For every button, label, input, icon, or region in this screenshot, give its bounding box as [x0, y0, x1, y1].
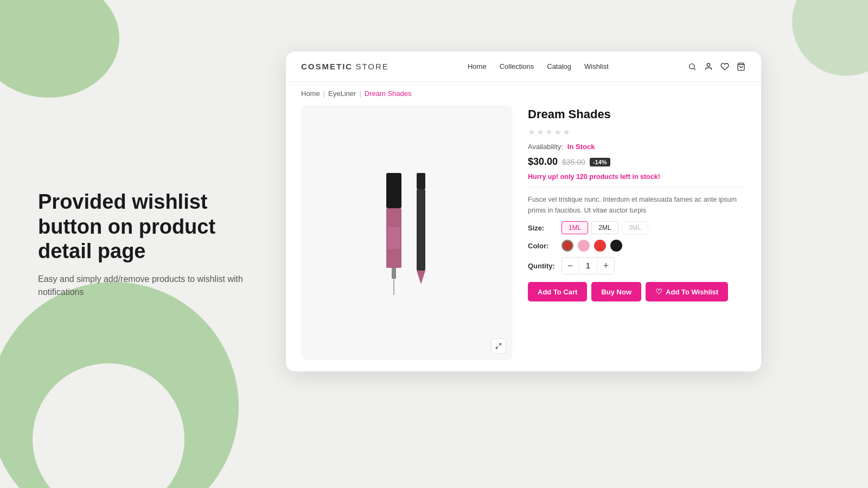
star-5: ★ [563, 127, 570, 137]
header-icons [687, 62, 746, 72]
product-title: Dream Shades [528, 107, 746, 121]
svg-point-0 [690, 63, 694, 68]
size-row: Size: 1ML 2ML 3ML [528, 221, 746, 234]
star-2: ★ [537, 127, 544, 137]
bg-shape-inner [33, 363, 184, 488]
svg-point-2 [707, 63, 710, 66]
nav-collections[interactable]: Collections [500, 62, 534, 70]
search-icon[interactable] [687, 62, 697, 72]
color-label: Color: [528, 242, 556, 250]
bg-shape-bottom-left [0, 282, 239, 488]
bg-shape-top-right [792, 0, 868, 76]
svg-rect-6 [387, 227, 400, 249]
svg-rect-9 [417, 173, 425, 189]
quantity-increase[interactable]: + [598, 258, 614, 274]
breadcrumb-home[interactable]: Home [301, 89, 320, 98]
quantity-control: − 1 + [561, 257, 615, 274]
hurry-up-text: Hurry up! only 120 products left in stoc… [528, 173, 746, 181]
svg-line-1 [694, 68, 695, 70]
breadcrumb-current: Dream Shades [365, 89, 412, 98]
star-1: ★ [528, 127, 535, 137]
quantity-row: Quntity: − 1 + [528, 257, 746, 274]
nav-home[interactable]: Home [468, 62, 487, 70]
color-row: Color: [528, 240, 746, 252]
size-options: 1ML 2ML 3ML [561, 221, 648, 234]
product-image-box [301, 105, 513, 360]
star-3: ★ [545, 127, 553, 137]
color-dot-1[interactable] [561, 240, 573, 252]
color-options [561, 240, 622, 252]
nav-catalog[interactable]: Catalog [547, 62, 571, 70]
breadcrumb-sep-1: | [323, 89, 325, 98]
divider [528, 187, 746, 188]
color-dot-3[interactable] [594, 240, 606, 252]
breadcrumb: Home | EyeLiner | Dream Shades [286, 82, 761, 105]
product-description: Fusce vel tristique nunc. Interdum et ma… [528, 194, 746, 216]
svg-marker-11 [417, 271, 425, 284]
product-info: Dream Shades ★ ★ ★ ★ ★ Availability: In … [528, 105, 746, 360]
price-current: $30.00 [528, 156, 558, 168]
color-dot-4[interactable] [610, 240, 622, 252]
availability-label: Availability: [528, 143, 563, 151]
size-label: Size: [528, 224, 556, 232]
quantity-label: Quntity: [528, 262, 556, 270]
heart-icon[interactable] [720, 62, 730, 72]
price-row: $30.00 $35.00 -14% [528, 156, 746, 168]
store-window: COSMETIC STORE Home Collections Catalog … [286, 52, 761, 371]
svg-rect-7 [392, 268, 396, 279]
size-2ml[interactable]: 2ML [591, 221, 618, 234]
nav-wishlist[interactable]: Wishlist [584, 62, 609, 70]
store-nav: Home Collections Catalog Wishlist [468, 62, 609, 70]
availability-value: In Stock [567, 143, 595, 151]
bg-shape-top-left [0, 0, 119, 98]
add-to-wishlist-button[interactable]: ♡ Add To Wishlist [646, 282, 728, 301]
buy-now-button[interactable]: Buy Now [591, 282, 641, 301]
availability-row: Availability: In Stock [528, 143, 746, 151]
promo-section: Provided wishlist button on product deta… [38, 190, 266, 299]
product-layout: Dream Shades ★ ★ ★ ★ ★ Availability: In … [286, 105, 761, 371]
wishlist-heart-icon: ♡ [655, 287, 662, 296]
expand-icon[interactable] [491, 338, 506, 354]
svg-rect-10 [417, 189, 425, 271]
product-illustration [363, 168, 450, 298]
quantity-decrease[interactable]: − [562, 258, 578, 274]
user-icon[interactable] [704, 62, 713, 72]
promo-subtext: Easy and simply add/remove products to w… [38, 272, 266, 298]
svg-rect-4 [386, 173, 401, 208]
product-image [301, 105, 513, 360]
price-badge: -14% [590, 158, 610, 166]
store-header: COSMETIC STORE Home Collections Catalog … [286, 52, 761, 82]
breadcrumb-category[interactable]: EyeLiner [328, 89, 356, 98]
cart-icon[interactable] [736, 62, 746, 72]
star-4: ★ [554, 127, 561, 137]
size-3ml[interactable]: 3ML [622, 221, 648, 234]
color-dot-2[interactable] [578, 240, 590, 252]
size-1ml[interactable]: 1ML [561, 221, 588, 234]
store-logo: COSMETIC STORE [301, 61, 389, 72]
action-buttons: Add To Cart Buy Now ♡ Add To Wishlist [528, 282, 746, 301]
product-stars: ★ ★ ★ ★ ★ [528, 127, 746, 137]
promo-heading: Provided wishlist button on product deta… [38, 190, 266, 264]
quantity-value: 1 [578, 258, 598, 274]
svg-rect-8 [393, 279, 394, 295]
breadcrumb-sep-2: | [359, 89, 361, 98]
add-to-cart-button[interactable]: Add To Cart [528, 282, 587, 301]
price-original: $35.00 [562, 158, 585, 166]
